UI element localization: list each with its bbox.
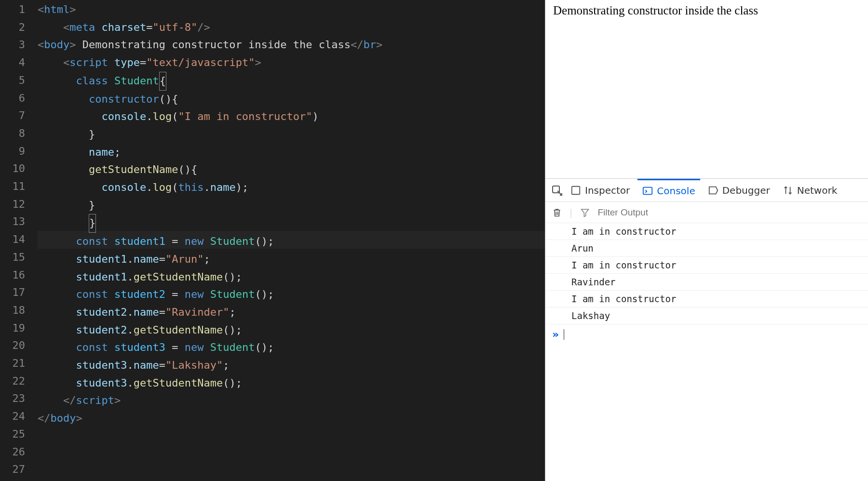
code-line[interactable]: const student2 = new Student(); — [38, 286, 545, 304]
code-line[interactable]: student1.name="Arun"; — [38, 251, 545, 268]
line-number: 26 — [0, 443, 38, 461]
code-line[interactable]: </script> — [38, 392, 545, 410]
tab-network[interactable]: Network — [778, 179, 842, 201]
code-line[interactable]: <meta charset="utf-8"/> — [38, 19, 545, 37]
console-log-row: Lakshay — [545, 307, 868, 324]
page-body-text: Demonstrating constructor inside the cla… — [553, 4, 758, 17]
code-line[interactable]: student2.name="Ravinder"; — [38, 304, 545, 321]
line-number: 17 — [0, 284, 38, 302]
svg-rect-2 — [643, 187, 652, 195]
line-number: 10 — [0, 160, 38, 178]
line-number: 4 — [0, 54, 38, 72]
console-output: I am in constructorArunI am in construct… — [545, 223, 868, 324]
line-number: 12 — [0, 196, 38, 214]
line-number-gutter: 1234567891011121314151617181920212223242… — [0, 0, 38, 481]
code-line[interactable]: <script type="text/javascript"> — [38, 54, 545, 72]
tab-inspector-label: Inspector — [585, 185, 630, 196]
tab-inspector[interactable]: Inspector — [566, 179, 635, 201]
code-line[interactable]: student2.getStudentName(); — [38, 321, 545, 339]
line-number: 3 — [0, 36, 38, 54]
prompt-chevrons-icon: » — [552, 328, 559, 340]
devtools-tabbar: Inspector Console Debugger Network — [545, 179, 868, 202]
line-number: 20 — [0, 337, 38, 355]
line-number: 27 — [0, 461, 38, 479]
line-number: 23 — [0, 390, 38, 408]
network-icon — [783, 185, 793, 196]
console-input-prompt[interactable]: » — [545, 324, 868, 344]
code-line[interactable]: } — [38, 214, 545, 233]
console-log-row: I am in constructor — [545, 257, 868, 274]
tab-network-label: Network — [797, 185, 838, 196]
code-line[interactable]: console.log("I am in constructor") — [38, 108, 545, 126]
line-number: 5 — [0, 72, 38, 90]
filter-output-input[interactable] — [597, 207, 861, 218]
code-line[interactable]: name; — [38, 144, 545, 161]
rendered-page: Demonstrating constructor inside the cla… — [545, 0, 868, 178]
code-line[interactable]: } — [38, 197, 545, 214]
code-line[interactable]: <body> Demonstrating constructor inside … — [38, 36, 545, 54]
console-log-row: I am in constructor — [545, 291, 868, 307]
line-number: 21 — [0, 355, 38, 373]
console-toolbar: | — [545, 202, 868, 223]
inspector-icon — [570, 185, 581, 196]
tab-debugger[interactable]: Debugger — [703, 179, 775, 201]
code-line[interactable]: <html> — [38, 1, 545, 19]
funnel-icon[interactable] — [580, 208, 590, 217]
console-input-caret — [564, 329, 564, 340]
console-log-row: Arun — [545, 240, 868, 257]
line-number: 24 — [0, 408, 38, 426]
line-number: 16 — [0, 267, 38, 284]
code-line[interactable]: student3.name="Lakshay"; — [38, 357, 545, 374]
code-line[interactable]: constructor(){ — [38, 91, 545, 108]
element-picker-icon[interactable] — [551, 185, 563, 196]
code-editor[interactable]: 1234567891011121314151617181920212223242… — [0, 0, 545, 481]
line-number: 14 — [0, 231, 38, 249]
line-number: 19 — [0, 320, 38, 337]
code-line[interactable]: </body> — [38, 410, 545, 428]
code-line[interactable]: console.log(this.name); — [38, 179, 545, 197]
code-line[interactable]: const student3 = new Student(); — [38, 339, 545, 357]
tab-console[interactable]: Console — [637, 179, 700, 201]
code-line[interactable]: getStudentName(){ — [38, 161, 545, 179]
tab-console-label: Console — [657, 185, 695, 197]
browser-preview-pane: Demonstrating constructor inside the cla… — [545, 0, 868, 481]
line-number: 18 — [0, 302, 38, 320]
console-icon — [642, 186, 653, 196]
code-line[interactable]: student1.getStudentName(); — [38, 268, 545, 286]
line-number: 13 — [0, 213, 38, 231]
line-number: 2 — [0, 19, 38, 37]
line-number: 9 — [0, 143, 38, 160]
console-log-row: I am in constructor — [545, 223, 868, 240]
code-line[interactable]: } — [38, 126, 545, 144]
tab-debugger-label: Debugger — [722, 185, 770, 196]
line-number: 22 — [0, 373, 38, 390]
console-log-row: Ravinder — [545, 274, 868, 291]
code-line[interactable]: class Student{ — [38, 72, 545, 91]
devtools-panel: Inspector Console Debugger Network — [545, 178, 868, 481]
line-number: 6 — [0, 90, 38, 107]
line-number: 11 — [0, 178, 38, 196]
line-number: 7 — [0, 107, 38, 125]
code-line[interactable]: student3.getStudentName(); — [38, 374, 545, 392]
code-area[interactable]: <html> <meta charset="utf-8"/><body> Dem… — [38, 0, 545, 481]
line-number: 15 — [0, 249, 38, 267]
line-number: 25 — [0, 426, 38, 443]
svg-rect-1 — [572, 186, 580, 194]
trash-icon[interactable] — [552, 207, 562, 218]
debugger-icon — [708, 185, 719, 196]
line-number: 8 — [0, 125, 38, 143]
line-number: 1 — [0, 1, 38, 19]
